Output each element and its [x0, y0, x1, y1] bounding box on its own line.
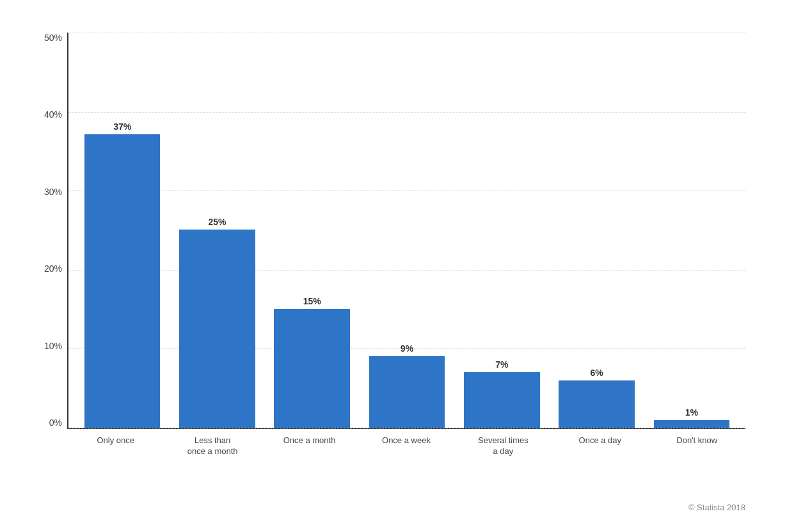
bar-group-4: 7%: [454, 33, 549, 428]
bar-rect-2: [274, 309, 350, 428]
bar-group-3: 9%: [360, 33, 454, 428]
bar-wrapper-3: 9%: [360, 33, 454, 428]
bar-value-label-2: 15%: [303, 296, 321, 306]
x-axis-labels: Only onceLess thanonce a monthOnce a mon…: [67, 435, 745, 457]
x-label-0: Only once: [67, 435, 164, 457]
copyright: © Statista 2018: [688, 503, 745, 512]
bar-value-label-4: 7%: [495, 359, 508, 370]
bar-group-6: 1%: [644, 33, 739, 428]
x-label-2: Once a month: [261, 435, 358, 457]
bar-wrapper-2: 15%: [265, 33, 360, 428]
chart-container: Share of respondents 50% 40% 30% 20% 10%…: [16, 13, 771, 519]
x-label-3: Once a week: [358, 435, 454, 457]
bar-group-5: 6%: [549, 33, 644, 428]
y-label-40: 40%: [30, 109, 62, 120]
bar-value-label-5: 6%: [590, 368, 603, 378]
bar-wrapper-4: 7%: [454, 33, 549, 428]
bars-container: 37%25%15%9%7%6%1%: [68, 33, 745, 428]
grid-line-0: [68, 428, 745, 428]
bar-value-label-3: 9%: [401, 343, 413, 354]
bar-rect-3: [369, 356, 445, 428]
bar-wrapper-1: 25%: [170, 33, 264, 428]
bar-rect-4: [464, 372, 540, 428]
bar-group-2: 15%: [265, 33, 360, 428]
bar-wrapper-0: 37%: [75, 33, 170, 428]
x-label-1: Less thanonce a month: [164, 435, 260, 457]
bar-group-1: 25%: [170, 33, 264, 428]
bar-rect-6: [654, 420, 730, 428]
y-label-20: 20%: [30, 263, 62, 274]
bar-value-label-0: 37%: [113, 121, 131, 132]
bar-value-label-1: 25%: [208, 217, 226, 227]
bar-rect-0: [84, 134, 161, 428]
bar-value-label-6: 1%: [685, 407, 698, 418]
x-label-5: Once a day: [552, 435, 648, 457]
bar-group-0: 37%: [75, 33, 170, 428]
chart-area: 50% 40% 30% 20% 10% 0% 37%25%15%9%7%6%1%: [67, 33, 745, 429]
x-label-6: Don't know: [649, 435, 745, 457]
bar-wrapper-5: 6%: [549, 33, 644, 428]
y-label-50: 50%: [30, 33, 62, 43]
y-label-30: 30%: [30, 187, 62, 197]
x-label-4: Several timesa day: [455, 435, 552, 457]
bar-rect-1: [179, 230, 255, 428]
bar-wrapper-6: 1%: [644, 33, 739, 428]
y-label-10: 10%: [30, 341, 62, 351]
y-label-0: 0%: [30, 418, 62, 428]
y-axis-labels: 50% 40% 30% 20% 10% 0%: [30, 33, 62, 428]
bar-rect-5: [559, 380, 635, 428]
